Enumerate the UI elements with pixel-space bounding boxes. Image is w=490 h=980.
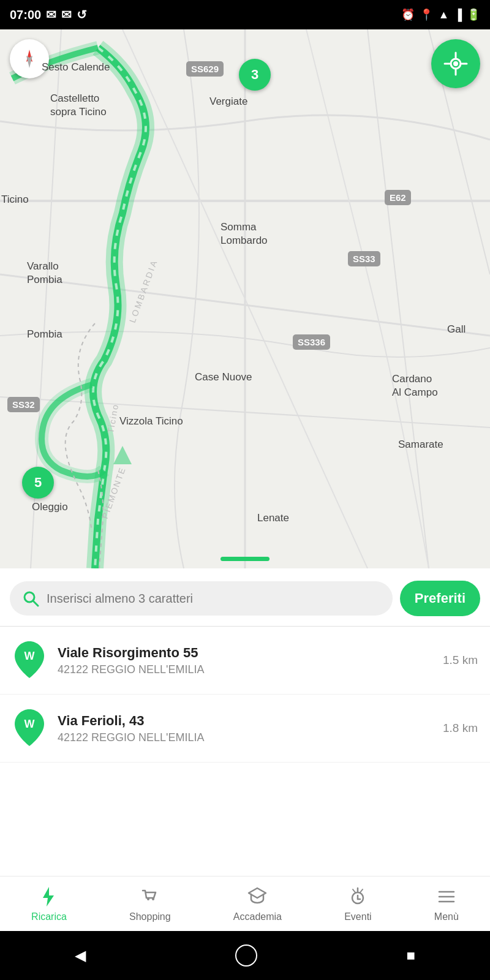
gmail-icon-1: ✉: [46, 7, 56, 22]
android-home-button[interactable]: [235, 944, 257, 967]
location-pin-1: W: [12, 709, 47, 747]
road-badge-ss32: SS32: [7, 397, 40, 412]
location-center-button[interactable]: [431, 39, 480, 88]
road-badge-e62: E62: [385, 190, 411, 205]
alarm-icon: ⏰: [401, 8, 415, 21]
city-somma: SommaLombardo: [221, 221, 268, 247]
search-icon: [22, 590, 39, 607]
route-marker-3[interactable]: 3: [239, 59, 271, 91]
wifi-icon: ▲: [438, 9, 449, 21]
city-cardano: CardanoAl Campo: [392, 372, 438, 399]
search-row: Preferiti: [0, 568, 490, 626]
accademia-icon: [246, 886, 268, 908]
route-marker-5[interactable]: 5: [22, 467, 54, 499]
city-gall: Gall: [447, 323, 466, 336]
status-right: ⏰ 📍 ▲ ▐ 🔋: [401, 8, 480, 21]
nav-label-menu: Menù: [434, 911, 459, 922]
search-input[interactable]: [47, 592, 380, 606]
city-lenate: Lenate: [257, 512, 289, 524]
nav-item-shopping[interactable]: Shopping: [129, 886, 171, 922]
location-info-0: Viale Risorgimento 55 42122 REGGIO NELL'…: [58, 645, 432, 676]
location-addr-0: 42122 REGGIO NELL'EMILIA: [58, 663, 432, 676]
svg-text:W: W: [24, 718, 35, 730]
svg-point-26: [147, 898, 149, 900]
status-bar: 07:00 ✉ ✉ ↺ ⏰ 📍 ▲ ▐ 🔋: [0, 0, 490, 29]
shopping-icon: [139, 886, 161, 908]
svg-text:W: W: [24, 650, 35, 662]
nav-label-ricarica: Ricarica: [31, 911, 67, 922]
signal-icon: ▐: [454, 9, 462, 21]
bottom-nav: Ricarica Shopping Accademia Eventi: [0, 876, 490, 931]
gmail-icon-2: ✉: [61, 7, 72, 22]
nav-label-eventi: Eventi: [344, 911, 371, 922]
nav-item-ricarica[interactable]: Ricarica: [31, 886, 67, 922]
ricarica-icon: [38, 886, 60, 908]
location-addr-1: 42122 REGGIO NELL'EMILIA: [58, 731, 432, 744]
city-vizzola: Vizzola Ticino: [119, 415, 183, 428]
city-varallo: VaralloPombia: [27, 260, 62, 287]
android-nav-bar: ◀ ■: [0, 931, 490, 980]
road-badge-ss629: SS629: [186, 61, 224, 77]
android-recent-button[interactable]: ■: [407, 947, 416, 964]
nav-item-menu[interactable]: Menù: [434, 886, 459, 922]
map-container[interactable]: 3 5 SS629 E62 SS33 SS336 SS32 Sesto Cale…: [0, 29, 490, 568]
time-display: 07:00: [10, 8, 41, 22]
city-sesto-calende: Sesto Calende: [42, 61, 110, 74]
status-left: 07:00 ✉ ✉ ↺: [10, 7, 87, 22]
location-pin-0: W: [12, 641, 47, 679]
city-oleggio: Oleggio: [32, 501, 68, 513]
sync-icon: ↺: [77, 7, 87, 22]
city-ticino: Ticino: [1, 194, 29, 206]
location-name-0: Viale Risorgimento 55: [58, 645, 432, 661]
svg-line-30: [353, 889, 355, 892]
nav-item-eventi[interactable]: Eventi: [344, 886, 371, 922]
search-box[interactable]: [10, 581, 393, 616]
eventi-icon: [347, 886, 369, 908]
bottom-panel: Preferiti W Viale Risorgimento 55 42122 …: [0, 568, 490, 763]
location-item-0[interactable]: W Viale Risorgimento 55 42122 REGGIO NEL…: [0, 627, 490, 695]
android-back-button[interactable]: ◀: [75, 947, 86, 964]
city-samarate: Samarate: [398, 439, 443, 451]
menu-icon: [435, 886, 458, 908]
city-vergiate: Vergiate: [209, 96, 247, 108]
city-case-nuove: Case Nuove: [195, 371, 252, 383]
preferiti-button[interactable]: Preferiti: [400, 581, 480, 616]
svg-line-22: [33, 601, 38, 606]
location-status-icon: 📍: [420, 8, 433, 21]
location-dist-1: 1.8 km: [443, 722, 478, 735]
road-badge-ss33: SS33: [348, 251, 380, 266]
location-name-1: Via Ferioli, 43: [58, 713, 432, 729]
svg-line-31: [360, 889, 363, 892]
nav-label-accademia: Accademia: [233, 911, 282, 922]
nav-label-shopping: Shopping: [129, 911, 171, 922]
svg-marker-25: [43, 887, 54, 907]
nav-item-accademia[interactable]: Accademia: [233, 886, 282, 922]
svg-point-27: [152, 898, 154, 900]
city-pombia: Pombia: [27, 328, 62, 341]
road-badge-ss336: SS336: [293, 334, 330, 350]
location-dist-0: 1.5 km: [443, 654, 478, 667]
battery-icon: 🔋: [467, 8, 480, 21]
city-castelletto: Castellettosopra Ticino: [50, 92, 107, 119]
svg-marker-11: [26, 56, 32, 68]
drag-handle[interactable]: [221, 557, 270, 561]
location-info-1: Via Ferioli, 43 42122 REGGIO NELL'EMILIA: [58, 713, 432, 744]
location-item-1[interactable]: W Via Ferioli, 43 42122 REGGIO NELL'EMIL…: [0, 695, 490, 763]
svg-point-17: [453, 61, 458, 66]
